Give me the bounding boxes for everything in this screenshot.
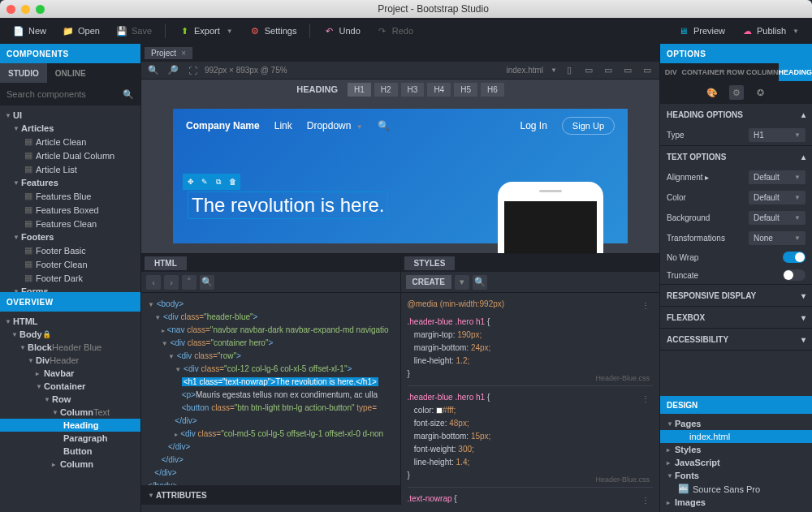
h2-button[interactable]: H2 [374,83,398,97]
nav-up-icon[interactable]: ˄ [182,275,197,290]
device-tablet-icon[interactable]: ▭ [581,63,596,78]
html-tab[interactable]: HTML [145,256,187,270]
palette-icon[interactable]: 🎨 [705,85,719,100]
device-phone-icon[interactable]: ▯ [562,63,577,78]
h4-button[interactable]: H4 [427,83,451,97]
tree-forms[interactable]: ▼Forms [0,285,140,292]
gear-icon[interactable]: ⚙ [729,85,744,100]
window-close-button[interactable] [6,5,15,14]
settings-button[interactable]: ⚙Settings [243,22,304,40]
open-button[interactable]: 📁Open [56,22,106,40]
h1-button[interactable]: H1 [348,83,371,97]
tree-item[interactable]: ▦Features Blue [0,189,140,203]
tree-item[interactable]: ▦Features Boxed [0,203,140,217]
hero-heading[interactable]: The revolution is here. [188,191,388,219]
redo-button[interactable]: ↷Redo [370,22,420,40]
overview-heading[interactable]: Heading [0,419,140,432]
nav-back-icon[interactable]: ‹ [146,275,161,290]
search-icon[interactable]: 🔍 [123,89,134,100]
responsive-display-section[interactable]: RESPONSIVE DISPLAY▾ [660,285,812,306]
overview-column[interactable]: ▼Column Text [0,406,140,419]
copy-icon[interactable]: ⧉ [213,176,224,187]
h6-button[interactable]: H6 [481,83,504,97]
overview-container[interactable]: ▼Container [0,380,140,393]
search-icon[interactable]: 🔍 [378,120,390,131]
nowrap-toggle[interactable] [783,252,806,263]
tree-item[interactable]: ▦Footer Dark [0,271,140,285]
text-options-section[interactable]: TEXT OPTIONS▴ [660,146,812,167]
tree-item[interactable]: ▦Features Clean [0,217,140,230]
tab-online[interactable]: ONLINE [47,63,94,83]
nav-link[interactable]: Link [274,120,292,131]
signup-button[interactable]: Sign Up [562,117,615,135]
overview-block[interactable]: ▼Block Header Blue [0,341,140,354]
overview-html[interactable]: ▼HTML [0,315,140,328]
opt-tab-div[interactable]: DIV [660,63,682,81]
new-button[interactable]: 📄New [6,22,53,40]
window-maximize-button[interactable] [36,5,45,14]
heading-options-section[interactable]: HEADING OPTIONS▴ [660,104,812,125]
color-select[interactable]: Default▼ [749,191,806,204]
fit-icon[interactable]: ⛶ [185,63,200,78]
overview-navbar[interactable]: ▸Navbar [0,367,140,380]
overview-div[interactable]: ▼Div Header [0,354,140,367]
chevron-down-icon[interactable]: ▾ [455,275,469,290]
canvas-preview[interactable]: Company Name Link Dropdown ▼ 🔍 Log In Si… [173,109,628,243]
device-desktop-icon[interactable]: ▭ [620,63,635,78]
tree-features[interactable]: ▼Features [0,176,140,189]
zoom-in-icon[interactable]: 🔍 [146,63,161,78]
overview-paragraph[interactable]: Paragraph [0,432,140,445]
accessibility-section[interactable]: ACCESSIBILITY▾ [660,329,812,350]
design-font-item[interactable]: 🔤Source Sans Pro [660,482,812,496]
html-code[interactable]: ▼ <body> ▼ <div class="header-blue"> ▸ <… [141,293,400,485]
design-javascript[interactable]: ▸JavaScript [660,456,812,469]
more-icon[interactable]: ⋮ [641,494,650,505]
overview-column2[interactable]: ▸Column [0,458,140,471]
design-index[interactable]: index.html [660,430,812,443]
delete-icon[interactable]: 🗑 [227,176,238,187]
window-minimize-button[interactable] [21,5,30,14]
search-icon[interactable]: 🔍 [200,275,214,290]
design-styles[interactable]: ▸Styles [660,443,812,456]
nav-forward-icon[interactable]: › [164,275,179,290]
create-button[interactable]: CREATE [406,275,451,289]
device-laptop-icon[interactable]: ▭ [601,63,615,78]
opt-tab-heading[interactable]: HEADING [779,63,813,81]
preview-button[interactable]: 🖥Preview [672,22,732,40]
login-link[interactable]: Log In [520,120,546,131]
tree-footers[interactable]: ▼Footers [0,230,140,243]
document-tab[interactable]: Project× [145,47,192,59]
save-button[interactable]: 💾Save [110,22,158,40]
export-button[interactable]: ⬆Export▼ [172,22,240,40]
zoom-out-icon[interactable]: 🔎 [166,63,180,78]
truncate-toggle[interactable] [783,269,806,281]
tree-item[interactable]: ▦Article List [0,162,140,176]
opt-tab-container[interactable]: CONTAINER [682,63,725,81]
overview-body[interactable]: ▼Body 🔒 [0,328,140,341]
publish-button[interactable]: ☁Publish▼ [735,22,806,40]
styles-code[interactable]: ⋮ @media (min-width:992px) .header-blue … [401,293,660,505]
h5-button[interactable]: H5 [454,83,477,97]
tree-ui[interactable]: ▼UI [0,109,140,122]
overview-row[interactable]: ▼Row [0,393,140,406]
tree-item[interactable]: ▦Footer Basic [0,243,140,257]
tab-studio[interactable]: STUDIO [0,63,47,83]
overview-button[interactable]: Button [0,445,140,458]
search-input[interactable] [6,89,123,99]
attributes-panel[interactable]: ▼ ATTRIBUTES [141,485,400,505]
tree-articles[interactable]: ▼Articles [0,122,140,135]
alignment-select[interactable]: Default▼ [749,170,806,184]
background-select[interactable]: Default▼ [749,211,806,225]
more-icon[interactable]: ⋮ [641,393,650,406]
design-pages[interactable]: ▼Pages [660,417,812,430]
flexbox-section[interactable]: FLEXBOX▾ [660,307,812,328]
tree-item[interactable]: ▦Article Dual Column [0,148,140,162]
design-images[interactable]: ▸Images [660,496,812,509]
undo-button[interactable]: ↶Undo [317,22,366,40]
current-file[interactable]: index.html [507,66,544,75]
tree-item[interactable]: ▦Footer Clean [0,257,140,271]
opt-tab-row[interactable]: ROW [724,63,746,81]
device-xl-icon[interactable]: ▭ [640,63,654,78]
move-icon[interactable]: ✥ [185,176,197,187]
design-fonts[interactable]: ▼Fonts [660,469,812,482]
